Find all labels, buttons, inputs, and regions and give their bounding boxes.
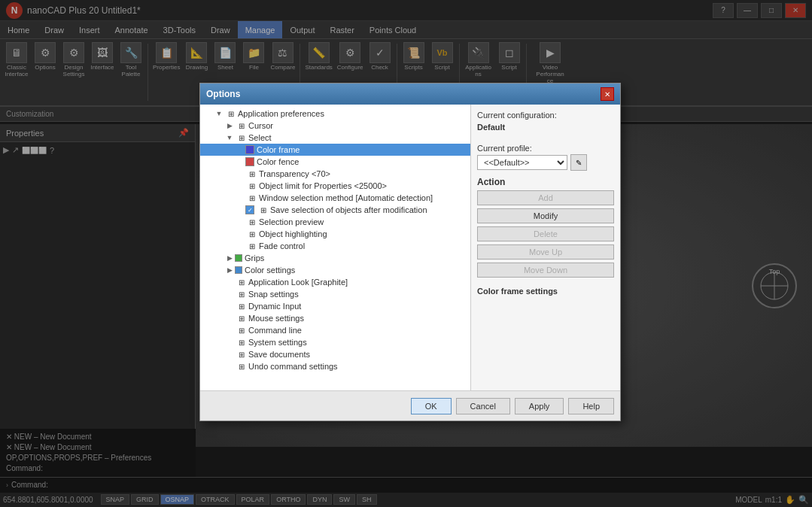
dialog-body: ▼ ⊞ Application preferences ▶ ⊞ Cursor ▼… bbox=[200, 105, 620, 390]
expander-window-sel bbox=[235, 193, 245, 203]
color-frame-swatch bbox=[245, 145, 254, 154]
icon-fade-control: ⊞ bbox=[247, 241, 257, 251]
label-obj-highlight: Object highlighting bbox=[259, 229, 327, 238]
tree-item-select[interactable]: ▼ ⊞ Select bbox=[200, 132, 470, 144]
add-button[interactable]: Add bbox=[477, 190, 614, 205]
ok-button[interactable]: OK bbox=[411, 398, 452, 414]
expander-undo bbox=[224, 361, 235, 372]
label-app-look: Application Look [Graphite] bbox=[248, 278, 348, 287]
color-settings-icon bbox=[235, 266, 242, 274]
expander-color-fence bbox=[235, 156, 245, 167]
label-app-prefs: Application preferences bbox=[238, 109, 324, 118]
label-color-settings: Color settings bbox=[245, 266, 295, 275]
tree-item-fade-control[interactable]: ⊞ Fade control bbox=[200, 240, 470, 252]
cancel-button[interactable]: Cancel bbox=[456, 398, 510, 414]
icon-save-sel: ⊞ bbox=[258, 205, 269, 215]
expander-dynamic-input bbox=[224, 301, 235, 311]
dialog-tree: ▼ ⊞ Application preferences ▶ ⊞ Cursor ▼… bbox=[200, 105, 471, 390]
dialog-title: Options bbox=[206, 89, 240, 99]
label-fade-control: Fade control bbox=[259, 241, 305, 250]
icon-snap: ⊞ bbox=[236, 289, 247, 299]
label-select: Select bbox=[248, 133, 272, 142]
icon-select: ⊞ bbox=[236, 132, 247, 143]
move-down-button[interactable]: Move Down bbox=[477, 263, 614, 278]
profile-dropdown[interactable]: <<Default>> bbox=[477, 155, 567, 170]
dialog-footer: OK Cancel Apply Help bbox=[200, 390, 620, 420]
tree-item-app-look[interactable]: ⊞ Application Look [Graphite] bbox=[200, 276, 470, 288]
tree-item-color-fence[interactable]: Color fence bbox=[200, 156, 470, 168]
tree-item-color-frame[interactable]: Color frame bbox=[200, 144, 470, 156]
expander-color-frame bbox=[235, 144, 245, 155]
icon-app-prefs: ⊞ bbox=[226, 108, 236, 119]
current-config-label: Current configuration: bbox=[477, 111, 614, 120]
tree-item-color-settings[interactable]: ▶ Color settings bbox=[200, 264, 470, 276]
label-color-frame: Color frame bbox=[257, 145, 300, 154]
color-fence-swatch bbox=[245, 157, 254, 166]
label-sel-preview: Selection preview bbox=[259, 217, 324, 226]
icon-dynamic-input: ⊞ bbox=[236, 301, 247, 311]
expander-system bbox=[224, 337, 235, 348]
options-dialog: Options ✕ ▼ ⊞ Application preferences ▶ … bbox=[199, 83, 621, 421]
expander-select: ▼ bbox=[224, 132, 235, 143]
label-cursor: Cursor bbox=[248, 121, 273, 130]
label-save-docs: Save documents bbox=[248, 350, 310, 359]
label-system: System settings bbox=[248, 338, 307, 347]
tree-item-save-docs[interactable]: ⊞ Save documents bbox=[200, 348, 470, 360]
tree-item-transparency[interactable]: ⊞ Transparency <70> bbox=[200, 168, 470, 180]
expander-sel-preview bbox=[235, 217, 245, 227]
current-profile-label: Current profile: bbox=[477, 144, 614, 153]
label-snap: Snap settings bbox=[248, 290, 299, 299]
expander-save-sel bbox=[235, 205, 245, 215]
dialog-titlebar: Options ✕ bbox=[200, 83, 620, 105]
tree-item-undo[interactable]: ⊞ Undo command settings bbox=[200, 360, 470, 372]
delete-button[interactable]: Delete bbox=[477, 226, 614, 241]
tree-item-cursor[interactable]: ▶ ⊞ Cursor bbox=[200, 120, 470, 132]
label-window-sel: Window selection method [Automatic detec… bbox=[259, 193, 433, 202]
dialog-overlay: Options ✕ ▼ ⊞ Application preferences ▶ … bbox=[0, 0, 812, 507]
tree-item-sel-preview[interactable]: ⊞ Selection preview bbox=[200, 216, 470, 228]
tree-item-grips[interactable]: ▶ Grips bbox=[200, 252, 470, 264]
icon-system: ⊞ bbox=[236, 337, 247, 348]
expander-cmd-line bbox=[224, 325, 235, 335]
expander-fade-control bbox=[235, 241, 245, 251]
expander-obj-limit bbox=[235, 181, 245, 191]
grips-icon bbox=[235, 254, 242, 262]
tree-item-dynamic-input[interactable]: ⊞ Dynamic Input bbox=[200, 300, 470, 312]
expander-snap bbox=[224, 289, 235, 299]
tree-item-cmd-line[interactable]: ⊞ Command line bbox=[200, 324, 470, 336]
apply-button[interactable]: Apply bbox=[515, 398, 564, 414]
tree-item-obj-limit[interactable]: ⊞ Object limit for Properties <25000> bbox=[200, 180, 470, 192]
tree-item-snap[interactable]: ⊞ Snap settings bbox=[200, 288, 470, 300]
dialog-close-button[interactable]: ✕ bbox=[601, 87, 614, 101]
icon-app-look: ⊞ bbox=[236, 277, 247, 287]
label-mouse: Mouse settings bbox=[248, 314, 304, 323]
tree-item-system[interactable]: ⊞ System settings bbox=[200, 336, 470, 348]
tree-item-app-prefs[interactable]: ▼ ⊞ Application preferences bbox=[200, 108, 470, 120]
move-up-button[interactable]: Move Up bbox=[477, 244, 614, 260]
tree-item-obj-highlight[interactable]: ⊞ Object highlighting bbox=[200, 228, 470, 240]
tree-item-save-sel[interactable]: ✓ ⊞ Save selection of objects after modi… bbox=[200, 204, 470, 216]
modify-button[interactable]: Modify bbox=[477, 208, 614, 223]
label-save-sel: Save selection of objects after modifica… bbox=[270, 205, 427, 214]
checkbox-save-sel[interactable]: ✓ bbox=[245, 205, 254, 214]
label-transparency: Transparency <70> bbox=[259, 169, 330, 178]
profile-select-row: <<Default>> ✎ bbox=[477, 154, 614, 171]
action-label: Action bbox=[477, 177, 614, 187]
profile-edit-button[interactable]: ✎ bbox=[570, 154, 587, 171]
label-dynamic-input: Dynamic Input bbox=[248, 302, 301, 311]
tree-item-mouse[interactable]: ⊞ Mouse settings bbox=[200, 312, 470, 324]
icon-undo: ⊞ bbox=[236, 361, 247, 372]
icon-window-sel: ⊞ bbox=[247, 193, 257, 203]
icon-mouse: ⊞ bbox=[236, 313, 247, 323]
icon-transparency: ⊞ bbox=[247, 168, 257, 179]
label-grips: Grips bbox=[245, 254, 264, 263]
expander-color-settings: ▶ bbox=[224, 265, 235, 275]
icon-cursor: ⊞ bbox=[236, 120, 247, 131]
current-config-value: Default bbox=[477, 123, 614, 132]
tree-item-window-sel[interactable]: ⊞ Window selection method [Automatic det… bbox=[200, 192, 470, 204]
expander-transparency bbox=[235, 168, 245, 179]
label-obj-limit: Object limit for Properties <25000> bbox=[259, 181, 387, 190]
expander-save-docs bbox=[224, 349, 235, 360]
icon-sel-preview: ⊞ bbox=[247, 217, 257, 227]
help-dialog-button[interactable]: Help bbox=[568, 398, 614, 414]
